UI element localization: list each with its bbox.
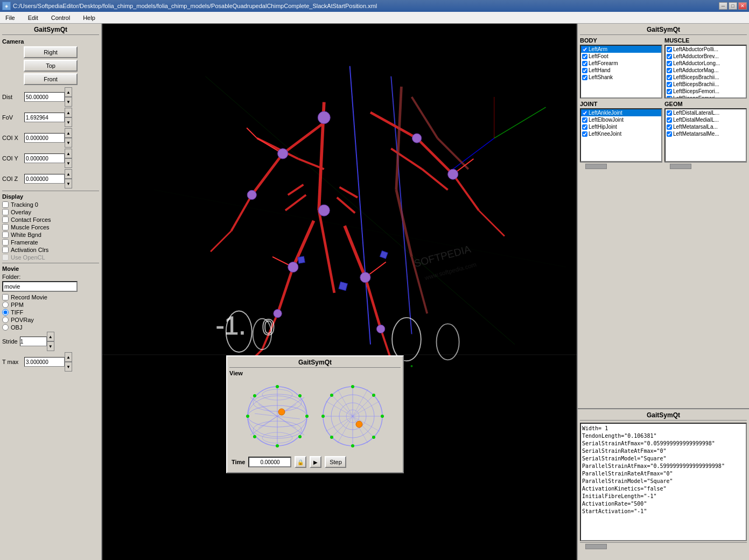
overlay-checkbox[interactable] — [2, 209, 9, 215]
coiz-spin-down[interactable]: ▼ — [65, 179, 72, 188]
maximize-button[interactable]: □ — [729, 2, 737, 10]
tracking-checkbox[interactable] — [2, 201, 9, 208]
joint-item-checkbox-1[interactable] — [582, 117, 587, 123]
tmax-spin-up[interactable]: ▲ — [65, 352, 72, 362]
body-item-checkbox-4[interactable] — [582, 75, 587, 80]
coix-spin-down[interactable]: ▼ — [65, 138, 72, 148]
list-item[interactable]: LeftKneeJoint — [581, 130, 661, 137]
list-item[interactable]: LeftDistalMedialL... — [666, 116, 746, 123]
text-content-box[interactable]: Width= 1 TendonLength="0.106381" SerialS… — [580, 423, 747, 541]
front-button[interactable]: Front — [24, 73, 78, 85]
coiy-spin-down[interactable]: ▼ — [65, 158, 72, 168]
list-item[interactable]: LeftFoot — [581, 53, 661, 60]
muscle-item-checkbox-5[interactable] — [667, 82, 672, 87]
menu-help[interactable]: Help — [80, 13, 99, 22]
tiff-radio[interactable] — [2, 309, 9, 316]
body-item-checkbox-1[interactable] — [582, 54, 587, 59]
geom-list-box[interactable]: LeftDistalLateralL... LeftDistalMedialL.… — [664, 108, 747, 162]
menu-edit[interactable]: Edit — [25, 13, 41, 22]
menu-file[interactable]: File — [2, 13, 18, 22]
folder-input[interactable] — [2, 281, 78, 292]
muscle-item-checkbox-6[interactable] — [667, 89, 672, 94]
body-item-checkbox-3[interactable] — [582, 68, 587, 73]
geom-hscroll-thumb[interactable] — [670, 164, 691, 169]
list-item[interactable]: LeftAdductorBrev... — [666, 53, 746, 60]
text-hscroll-thumb[interactable] — [585, 544, 607, 549]
step-button[interactable]: Step — [325, 456, 346, 468]
coiz-input[interactable] — [24, 174, 65, 184]
list-item[interactable]: LeftShank — [581, 74, 661, 81]
framerate-checkbox[interactable] — [2, 239, 9, 246]
body-item-checkbox-2[interactable] — [582, 61, 587, 66]
joint-hscroll-thumb[interactable] — [585, 164, 607, 169]
list-item[interactable]: LeftArm — [581, 46, 661, 53]
activation-clrs-checkbox[interactable] — [2, 247, 9, 253]
list-item[interactable]: LeftBicepsBrachii... — [666, 74, 746, 81]
muscle-item-checkbox-1[interactable] — [667, 54, 672, 59]
list-item[interactable]: LeftAnkleJoint — [581, 109, 661, 116]
list-item[interactable]: LeftAbductorPolli... — [666, 46, 746, 53]
coiy-input[interactable] — [24, 153, 65, 163]
geom-item-checkbox-3[interactable] — [667, 131, 672, 137]
list-item[interactable]: LeftForearm — [581, 60, 661, 67]
list-item[interactable]: LeftHipJoint — [581, 123, 661, 130]
dist-spin-up[interactable]: ▲ — [65, 87, 72, 97]
coiy-spin-up[interactable]: ▲ — [65, 149, 72, 158]
viewport[interactable]: -1. 0 SOFTPEDIA www.softpedia.com — [102, 24, 577, 560]
coix-spin-up[interactable]: ▲ — [65, 128, 72, 138]
fov-input[interactable] — [24, 113, 65, 122]
list-item[interactable]: LeftBicepsFemori... — [666, 88, 746, 95]
right-button[interactable]: Right — [24, 46, 78, 58]
record-movie-checkbox[interactable] — [2, 294, 9, 300]
lock-button[interactable]: 🔒 — [295, 456, 306, 468]
list-item[interactable]: LeftMetatarsalMe... — [666, 130, 746, 137]
body-list-box[interactable]: LeftArm LeftFoot LeftForearm LeftHa — [580, 45, 662, 99]
play-button[interactable]: ▶ — [310, 456, 321, 468]
contact-forces-checkbox[interactable] — [2, 216, 9, 223]
list-item[interactable]: LeftAdductorLong... — [666, 60, 746, 67]
muscle-item-checkbox-4[interactable] — [667, 75, 672, 80]
list-item[interactable]: LeftMetatarsalLa... — [666, 123, 746, 130]
geom-item-checkbox-0[interactable] — [667, 110, 672, 116]
coiz-spin-up[interactable]: ▲ — [65, 169, 72, 179]
fov-spin-up[interactable]: ▲ — [65, 108, 72, 117]
top-button[interactable]: Top — [24, 60, 78, 72]
coix-input[interactable] — [24, 133, 65, 143]
list-item[interactable]: LeftHand — [581, 67, 661, 74]
muscle-item-checkbox-7[interactable] — [667, 96, 672, 99]
joint-item-checkbox-0[interactable] — [582, 110, 587, 116]
body-item-checkbox-0[interactable] — [582, 47, 587, 52]
joint-list-box[interactable]: LeftAnkleJoint LeftElbowJoint LeftHipJoi… — [580, 108, 662, 162]
list-item[interactable]: LeftElbowJoint — [581, 116, 661, 123]
dist-input[interactable] — [24, 92, 65, 102]
fov-spin-down[interactable]: ▼ — [65, 117, 72, 127]
close-button[interactable]: ✕ — [738, 2, 747, 10]
menu-control[interactable]: Control — [48, 13, 73, 22]
list-item[interactable]: LeftBicepsBrachii... — [666, 81, 746, 88]
muscle-item-checkbox-3[interactable] — [667, 68, 672, 73]
list-item[interactable]: LeftAdductorMag... — [666, 67, 746, 74]
stride-spin-down[interactable]: ▼ — [47, 341, 54, 351]
muscle-forces-checkbox[interactable] — [2, 224, 9, 230]
time-input[interactable] — [248, 457, 291, 467]
muscle-item-checkbox-2[interactable] — [667, 61, 672, 66]
tmax-spin-down[interactable]: ▼ — [65, 362, 72, 372]
list-item[interactable]: LeftBicepsFemori... — [666, 95, 746, 99]
stride-spin-up[interactable]: ▲ — [47, 332, 54, 341]
muscle-item-checkbox-0[interactable] — [667, 47, 672, 52]
text-hscroll[interactable] — [580, 542, 747, 550]
ppm-radio[interactable] — [2, 302, 9, 308]
muscle-list-box[interactable]: LeftAbductorPolli... LeftAdductorBrev...… — [664, 45, 747, 99]
joint-item-checkbox-3[interactable] — [582, 131, 587, 137]
geom-item-checkbox-1[interactable] — [667, 117, 672, 123]
obj-radio[interactable] — [2, 324, 9, 331]
povray-radio[interactable] — [2, 317, 9, 323]
geom-hscroll[interactable] — [664, 162, 747, 170]
joint-hscroll[interactable] — [580, 162, 662, 170]
stride-input[interactable] — [20, 337, 47, 346]
geom-item-checkbox-2[interactable] — [667, 124, 672, 130]
list-item[interactable]: LeftDistalLateralL... — [666, 109, 746, 116]
tmax-input[interactable] — [24, 357, 65, 367]
joint-item-checkbox-2[interactable] — [582, 124, 587, 130]
dist-spin-down[interactable]: ▼ — [65, 97, 72, 107]
